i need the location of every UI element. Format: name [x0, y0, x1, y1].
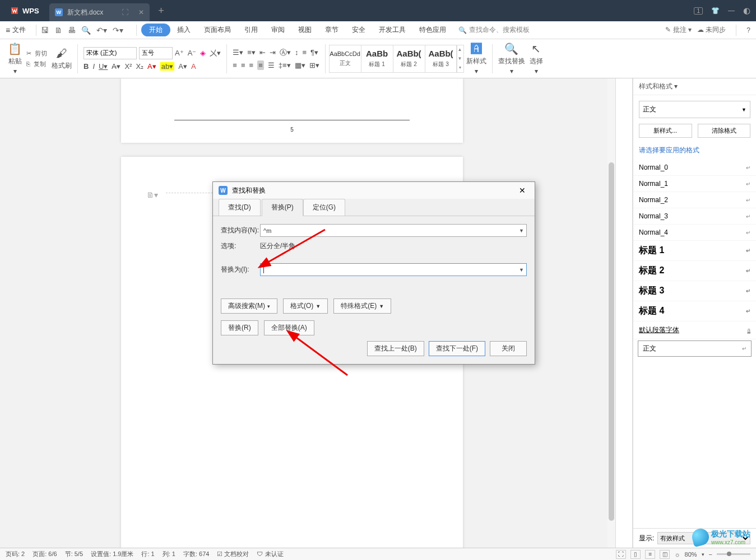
new-style-btn[interactable]: 新样式... [639, 124, 692, 138]
document-tab[interactable]: W 新文档.docx ⛶ ✕ [49, 3, 150, 21]
font-size-select[interactable] [139, 47, 173, 59]
style-item-normal1[interactable]: Normal_1↵ [633, 176, 756, 192]
zoom-value[interactable]: 80% [685, 551, 697, 558]
increase-font-icon[interactable]: A⁺ [175, 49, 184, 57]
current-style-box[interactable]: 正文▼ [639, 101, 750, 118]
file-menu[interactable]: 文件 [12, 25, 26, 35]
dialog-tab-goto[interactable]: 定位(G) [303, 199, 345, 216]
highlight-icon[interactable]: ab▾ [160, 62, 174, 71]
tab-section[interactable]: 章节 [318, 22, 345, 38]
style-item-selected[interactable]: 正文↵ [638, 340, 752, 357]
style-scroll[interactable]: ▲▼▾ [456, 45, 464, 73]
sb-section[interactable]: 节: 5/5 [65, 550, 83, 558]
number-list-icon[interactable]: ≡▾ [247, 48, 256, 57]
close-tab-icon[interactable]: ✕ [138, 8, 144, 16]
increase-indent-icon[interactable]: ⇥ [270, 48, 276, 57]
style-gallery[interactable]: AaBbCcDd正文 AaBb标题 1 AaBb(标题 2 AaBb(标题 3 … [329, 45, 464, 73]
view-print-icon[interactable]: ▯ [630, 550, 641, 559]
sb-row[interactable]: 行: 1 [141, 550, 154, 558]
close-button[interactable]: 关闭 [490, 341, 527, 356]
italic-icon[interactable]: I [92, 62, 95, 71]
find-prev-button[interactable]: 查找上一处(B) [367, 341, 424, 356]
tab-start[interactable]: 开始 [141, 24, 170, 36]
hamburger-icon[interactable]: ≡ [6, 26, 10, 35]
dialog-tab-find[interactable]: 查找(D) [219, 199, 261, 216]
special-format-button[interactable]: 特殊格式(E) ▼ [333, 298, 391, 314]
style-item-normal0[interactable]: Normal_0↵ [633, 160, 756, 176]
annotate-button[interactable]: ✎ 批注 ▾ [665, 25, 692, 35]
strikethrough-icon[interactable]: A̶▾ [112, 62, 120, 71]
subscript-icon[interactable]: X₂ [136, 62, 143, 71]
style-item-h2[interactable]: 标题 2↵ [633, 261, 756, 281]
sort-icon[interactable]: ↕ [295, 48, 299, 57]
font-name-select[interactable] [84, 47, 137, 59]
align-right-icon[interactable]: ≡ [249, 61, 254, 69]
find-replace-button[interactable]: 🔍 查找替换▾ [496, 42, 527, 75]
font-effects-icon[interactable]: A▾ [178, 62, 187, 71]
bullet-list-icon[interactable]: ☰▾ [233, 48, 243, 57]
sb-set-value[interactable]: 设置值: 1.9厘米 [91, 550, 133, 558]
sb-col[interactable]: 列: 1 [163, 550, 175, 558]
sb-unauth[interactable]: 🛡 未认证 [257, 550, 283, 558]
find-input[interactable]: ^m▼ [260, 224, 527, 237]
tab-monitor-icon[interactable]: ⛶ [122, 8, 128, 16]
view-fullscreen-icon[interactable]: ⛶ [616, 550, 626, 559]
char-shading-icon[interactable]: A [191, 62, 196, 71]
replace-all-button[interactable]: 全部替换(A) [264, 320, 314, 335]
view-web-icon[interactable]: ≡ [645, 550, 655, 559]
show-marks-icon[interactable]: ¶▾ [310, 48, 318, 57]
change-case-icon[interactable]: Ⓐ▾ [280, 48, 291, 58]
paste-button[interactable]: 📋 粘贴▾ [6, 42, 24, 75]
underline-icon[interactable]: U▾ [99, 62, 108, 71]
help-icon[interactable]: ? [746, 26, 750, 34]
style-item-normal4[interactable]: Normal_4↵ [633, 225, 756, 241]
phonetic-guide-icon[interactable]: 㐅▾ [210, 48, 221, 58]
style-item-h1[interactable]: 标题 1↵ [633, 241, 756, 261]
style-normal[interactable]: AaBbCcDd正文 [329, 45, 361, 73]
chevron-down-icon[interactable]: ▼ [519, 228, 524, 234]
decrease-indent-icon[interactable]: ⇤ [259, 48, 266, 57]
format-painter-button[interactable]: 🖌 格式刷 [49, 47, 74, 71]
style-heading1[interactable]: AaBb标题 1 [361, 45, 393, 73]
minimize-icon[interactable]: — [728, 7, 735, 15]
superscript-icon[interactable]: X² [124, 62, 132, 71]
style-heading3[interactable]: AaBb(标题 3 [425, 45, 457, 73]
style-item-default-font[interactable]: 默认段落字体a [633, 321, 756, 339]
sync-status[interactable]: ☁ 未同步 [697, 25, 726, 35]
tab-view[interactable]: 视图 [291, 22, 318, 38]
command-search[interactable]: 🔍 查找命令、搜索模板 [458, 25, 530, 35]
tab-page-layout[interactable]: 页面布局 [197, 22, 238, 38]
style-item-normal2[interactable]: Normal_2↵ [633, 192, 756, 208]
bold-icon[interactable]: B [84, 62, 89, 71]
save-icon[interactable]: 🖫 [41, 26, 49, 35]
print-preview-icon[interactable]: 🔍 [81, 26, 91, 35]
select-button[interactable]: ↖ 选择▾ [527, 42, 545, 75]
dialog-tab-replace[interactable]: 替换(P) [262, 199, 303, 216]
borders-icon[interactable]: ⊞▾ [309, 61, 319, 69]
replace-input[interactable]: ▼ [260, 263, 527, 276]
sb-page[interactable]: 页面: 6/6 [33, 550, 57, 558]
chevron-down-icon[interactable]: ▼ [519, 267, 524, 273]
help-circle-icon[interactable]: ◐ [743, 6, 750, 16]
undo-icon[interactable]: ↶▾ [96, 26, 107, 35]
new-style-button[interactable]: 🅰 新样式▾ [464, 43, 489, 75]
tab-special[interactable]: 特色应用 [412, 22, 453, 38]
style-item-h3[interactable]: 标题 3↵ [633, 281, 756, 301]
view-outline-icon[interactable]: ◫ [660, 550, 670, 559]
style-item-normal3[interactable]: Normal_3↵ [633, 208, 756, 225]
style-heading2[interactable]: AaBb(标题 2 [393, 45, 425, 73]
shading-icon[interactable]: ▦▾ [295, 61, 305, 69]
sb-page-no[interactable]: 页码: 2 [6, 550, 25, 558]
align-center-icon[interactable]: ≡ [241, 61, 245, 69]
tab-review[interactable]: 审阅 [265, 22, 291, 38]
clear-format-btn[interactable]: 清除格式 [698, 124, 751, 138]
tab-security[interactable]: 安全 [345, 22, 372, 38]
distribute-icon[interactable]: ☰ [268, 61, 275, 69]
align-justify-icon[interactable]: ≡ [257, 60, 264, 70]
dialog-close-icon[interactable]: ✕ [516, 185, 529, 196]
eye-care-icon[interactable]: ☼ [674, 551, 680, 558]
decrease-font-icon[interactable]: A⁻ [188, 49, 197, 57]
tab-insert[interactable]: 插入 [170, 22, 197, 38]
redo-icon[interactable]: ↷▾ [113, 26, 123, 35]
print-icon[interactable]: 🖶 [68, 26, 76, 35]
